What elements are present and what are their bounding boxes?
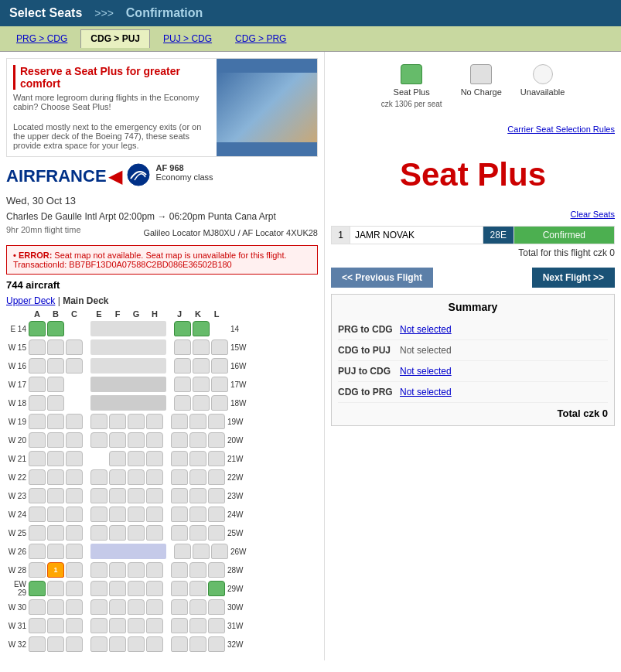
row-label-W24: W 24 xyxy=(6,510,28,519)
row-W31: W 31 31W xyxy=(6,617,318,634)
seat-W24J xyxy=(171,507,188,522)
seat-EW29H xyxy=(146,581,163,596)
airline-logo-icon xyxy=(127,163,150,189)
row-label-W18: W 18 xyxy=(6,399,28,408)
main-deck-tab[interactable]: Main Deck xyxy=(63,295,108,306)
tab-prg-cdg[interactable]: PRG > CDG xyxy=(6,29,77,48)
seat-W15A xyxy=(29,339,46,355)
seat-W28A xyxy=(29,562,46,578)
prev-flight-button[interactable]: << Previous Flight xyxy=(331,268,433,288)
seat-W15-mid xyxy=(90,339,166,355)
seat-W31H xyxy=(146,618,163,633)
seat-map-container[interactable]: A B C E F G H J K L E 14 xyxy=(6,309,318,654)
seat-W31K xyxy=(189,618,206,633)
seat-W22E xyxy=(90,469,107,485)
page-header: Select Seats >>> Confirmation xyxy=(0,0,621,26)
error-transaction: TransactionId: BB7BF13D0A07588C2BD086E36… xyxy=(13,260,232,269)
tab-cdg-puj[interactable]: CDG > PUJ xyxy=(80,29,150,48)
row-W30: W 30 30W xyxy=(6,599,318,616)
passenger-table: 1 JAMR NOVAK 28E Confirmed xyxy=(331,226,615,244)
promo-banner: Reserve a Seat Plus for greater comfort … xyxy=(6,58,318,157)
tab-cdg-prg[interactable]: CDG > PRG xyxy=(225,29,296,48)
seat-W15B xyxy=(47,339,64,355)
seat-W21J xyxy=(171,451,188,466)
flight-info-box: AF 968 Economy class xyxy=(156,163,213,182)
seat-W30B xyxy=(47,599,64,615)
row-label-W17: W 17 xyxy=(6,380,28,389)
upper-deck-tab[interactable]: Upper Deck xyxy=(6,295,55,306)
row-label-W16-right: 16W xyxy=(229,362,251,370)
summary-row-cdg-puj: CDG to PUJ Not selected xyxy=(338,340,608,361)
seat-W32L xyxy=(208,636,225,652)
seat-W21K xyxy=(189,451,206,466)
seat-W25F xyxy=(109,525,126,541)
row-label-W24-right: 24W xyxy=(226,510,247,519)
row-W20: W 20 20W xyxy=(6,432,318,449)
seat-W16C xyxy=(66,358,83,374)
seat-W32H xyxy=(146,636,163,652)
row-W16: W 16 16W xyxy=(6,357,318,374)
seat-W32J xyxy=(171,636,188,652)
carrier-rules-link[interactable]: Carrier Seat Selection Rules xyxy=(507,125,615,134)
carrier-rules-section: Carrier Seat Selection Rules xyxy=(331,124,615,135)
seat-E14A[interactable] xyxy=(29,321,46,336)
seat-W22B xyxy=(47,469,64,485)
step-confirmation: Confirmation xyxy=(126,6,203,20)
legend-no-charge-label: No Charge xyxy=(461,87,502,97)
col-H: H xyxy=(145,309,164,319)
pax-status-1: Confirmed xyxy=(514,227,614,244)
seat-W31G xyxy=(128,618,145,633)
left-panel: Reserve a Seat Plus for greater comfort … xyxy=(0,52,325,660)
seat-EW29E xyxy=(90,581,107,596)
summary-seat-link-puj-cdg[interactable]: Not selected xyxy=(400,366,452,377)
summary-seat-prg-cdg: Not selected xyxy=(400,324,452,335)
clear-seats-link[interactable]: Clear Seats xyxy=(571,210,615,219)
seat-W25G xyxy=(128,525,145,541)
row-label-W22-right: 22W xyxy=(226,473,247,482)
seat-W19A xyxy=(29,414,46,429)
seat-W20B xyxy=(47,432,64,448)
seat-W19J xyxy=(171,414,188,429)
seat-E14J[interactable] xyxy=(174,321,191,336)
tab-puj-cdg[interactable]: PUJ > CDG xyxy=(153,29,222,48)
summary-seat-link-prg-cdg[interactable]: Not selected xyxy=(400,324,452,335)
seat-E14K[interactable] xyxy=(193,321,210,336)
row-label-W26: W 26 xyxy=(6,547,28,556)
seat-W21H xyxy=(146,451,163,466)
legend-seat-plus-icon xyxy=(401,64,422,84)
col-K: K xyxy=(189,309,207,319)
row-label-W20-right: 20W xyxy=(226,436,247,445)
seat-W30K xyxy=(189,599,206,615)
seat-W23K xyxy=(189,488,206,503)
seat-W19G xyxy=(128,414,145,429)
seat-W22H xyxy=(146,469,163,485)
row-label-W25: W 25 xyxy=(6,529,28,537)
summary-seat-link-cdg-prg[interactable]: Not selected xyxy=(400,387,452,397)
seat-EW29L[interactable] xyxy=(208,581,225,596)
seat-EW29A[interactable] xyxy=(29,581,46,596)
seat-W22G xyxy=(128,469,145,485)
seat-W22F xyxy=(109,469,126,485)
seat-W19E xyxy=(90,414,107,429)
col-F: F xyxy=(108,309,127,319)
row-W18: W 18 18W xyxy=(6,394,318,411)
seat-W18B xyxy=(47,395,64,411)
seat-W25H xyxy=(146,525,163,541)
summary-seat-cdg-puj: Not selected xyxy=(400,345,452,356)
seat-W31A xyxy=(29,618,46,633)
seat-W20C xyxy=(66,432,83,448)
seat-W28E xyxy=(90,562,107,578)
right-panel: Seat Plus czk 1306 per seat No Charge Un… xyxy=(325,52,621,660)
seat-W28B-selected[interactable]: 1 xyxy=(47,562,64,578)
seat-W24C xyxy=(66,507,83,522)
next-flight-button[interactable]: Next Flight >> xyxy=(532,268,615,288)
seat-W26C xyxy=(66,544,83,559)
row-label-W18-right: 18W xyxy=(229,399,251,408)
seat-W20G xyxy=(128,432,145,448)
seat-W16J xyxy=(174,358,191,374)
seat-W30A xyxy=(29,599,46,615)
row-W23: W 23 23W xyxy=(6,487,318,504)
row-W25: W 25 25W xyxy=(6,524,318,541)
seat-E14B[interactable] xyxy=(47,321,64,336)
seat-W32K xyxy=(189,636,206,652)
